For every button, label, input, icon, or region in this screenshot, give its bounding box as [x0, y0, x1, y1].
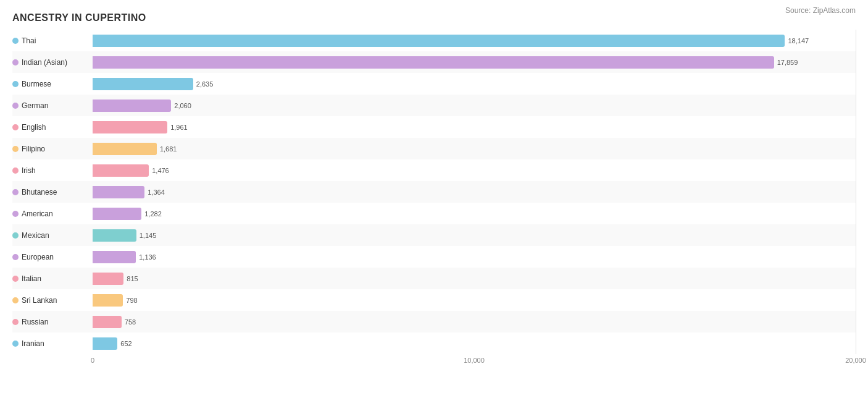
bar-fill — [93, 208, 141, 220]
bar-value: 1,961 — [170, 124, 188, 131]
bar-label: European — [12, 253, 93, 261]
bar-dot — [12, 146, 19, 152]
bar-row: Mexican1,145 — [12, 224, 856, 246]
bar-value: 798 — [126, 297, 137, 304]
bar-dot — [12, 189, 19, 195]
bar-dot — [12, 59, 19, 66]
bar-dot — [12, 319, 19, 325]
chart-title: ANCESTRY IN CUPERTINO — [12, 12, 856, 23]
bar-dot — [12, 211, 19, 217]
bar-dot — [12, 38, 19, 44]
bar-fill — [93, 78, 193, 90]
bar-fill — [93, 186, 144, 198]
bar-fill — [93, 337, 117, 350]
bar-fill — [93, 143, 157, 155]
bar-fill — [93, 251, 136, 263]
source-label: Source: ZipAtlas.com — [785, 6, 856, 15]
bar-row: Sri Lankan798 — [12, 289, 856, 311]
bar-fill — [93, 229, 136, 242]
bar-label: Bhutanese — [12, 188, 93, 197]
bars-section: Thai18,147Indian (Asian)17,859Burmese2,6… — [12, 30, 856, 354]
bar-dot — [12, 254, 19, 260]
bar-value: 1,145 — [140, 232, 157, 239]
bar-value: 758 — [125, 318, 136, 326]
bar-value: 2,060 — [174, 102, 191, 109]
bar-row: American1,282 — [12, 203, 856, 224]
bar-fill — [93, 294, 123, 307]
bar-value: 1,681 — [160, 145, 177, 153]
bar-row: Filipino1,681 — [12, 138, 856, 159]
bar-fill — [93, 273, 123, 285]
bar-label: German — [12, 101, 93, 110]
bar-value: 1,364 — [148, 188, 165, 196]
bar-row: Russian758 — [12, 311, 856, 332]
bar-dot — [12, 124, 19, 130]
bar-label: Russian — [12, 318, 93, 326]
bar-label: Burmese — [12, 80, 93, 88]
bar-label: Italian — [12, 274, 93, 283]
bar-row: Indian (Asian)17,859 — [12, 51, 856, 73]
bar-label: Indian (Asian) — [12, 58, 93, 67]
bar-row: Bhutanese1,364 — [12, 181, 856, 203]
bar-value: 1,136 — [139, 253, 156, 261]
bar-dot — [12, 276, 19, 282]
bar-row: Thai18,147 — [12, 30, 856, 51]
bar-fill — [93, 35, 785, 47]
bar-dot — [12, 297, 19, 303]
bar-fill — [93, 164, 149, 177]
bar-row: English1,961 — [12, 116, 856, 138]
bar-value: 1,476 — [152, 167, 169, 174]
bar-label: Iranian — [12, 339, 93, 348]
bar-value: 2,635 — [196, 80, 214, 88]
bar-value: 17,859 — [777, 59, 798, 66]
bar-row: Italian815 — [12, 268, 856, 289]
chart-container: ANCESTRY IN CUPERTINO Source: ZipAtlas.c… — [0, 0, 868, 398]
bar-value: 652 — [120, 340, 131, 347]
bar-label: Filipino — [12, 145, 93, 153]
bar-label: Thai — [12, 36, 93, 45]
x-tick: 10,000 — [464, 357, 485, 364]
bar-row: Burmese2,635 — [12, 73, 856, 95]
bar-row: European1,136 — [12, 246, 856, 268]
bar-dot — [12, 103, 19, 109]
bar-label: Sri Lankan — [12, 296, 93, 305]
bar-label: Mexican — [12, 231, 93, 240]
x-axis: 010,00020,000 — [93, 357, 856, 360]
x-tick: 20,000 — [845, 357, 866, 364]
bar-value: 1,282 — [144, 210, 162, 218]
x-tick: 0 — [91, 357, 94, 364]
bar-value: 815 — [127, 275, 138, 282]
bar-row: Iranian652 — [12, 332, 856, 354]
chart-area: Thai18,147Indian (Asian)17,859Burmese2,6… — [12, 30, 856, 360]
bar-dot — [12, 341, 19, 347]
bar-fill — [93, 316, 122, 328]
bar-row: Irish1,476 — [12, 159, 856, 181]
bar-dot — [12, 167, 19, 174]
bar-value: 18,147 — [788, 37, 809, 44]
bar-label: American — [12, 210, 93, 218]
bar-label: English — [12, 123, 93, 132]
bar-fill — [93, 100, 171, 112]
bar-dot — [12, 81, 19, 87]
bar-label: Irish — [12, 166, 93, 175]
bar-dot — [12, 232, 19, 239]
bar-fill — [93, 56, 774, 69]
bar-fill — [93, 121, 167, 133]
bar-row: German2,060 — [12, 95, 856, 116]
